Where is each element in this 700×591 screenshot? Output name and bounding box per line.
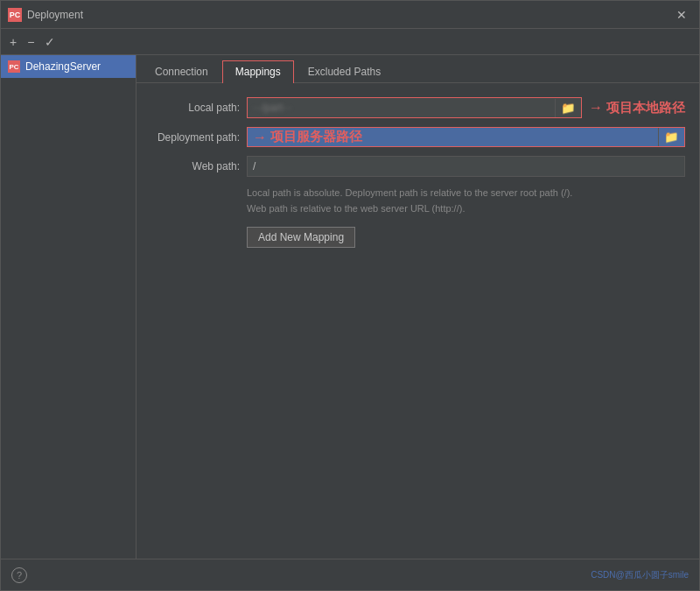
deployment-path-row: Deployment path: → 项目服务器路径 📁 [150, 127, 685, 147]
tab-content-mappings: Local path: 📁 → 项目本地路径 Deployment path: … [136, 82, 699, 559]
sidebar: PC DehazingServer [1, 55, 136, 559]
local-path-label: Local path: [150, 102, 247, 114]
watermark: CSDN@西瓜小圆子smile [591, 569, 689, 581]
web-path-label: Web path: [150, 160, 247, 172]
help-text: Local path is absolute. Deployment path … [247, 186, 685, 216]
title-bar: PC Deployment ✕ [1, 1, 699, 29]
title-icon: PC [8, 8, 22, 22]
local-path-field-wrapper: 📁 [247, 97, 582, 118]
deployment-path-arrow-icon: → [248, 130, 267, 145]
local-path-input[interactable] [248, 98, 555, 117]
help-icon[interactable]: ? [11, 567, 27, 583]
right-panel: Connection Mappings Excluded Paths Local… [136, 55, 699, 559]
deployment-path-annotation-text: 项目服务器路径 [270, 129, 658, 145]
bottom-bar: ? CSDN@西瓜小圆子smile [1, 559, 699, 590]
toolbar: + − ✓ [1, 29, 699, 55]
remove-button[interactable]: − [24, 34, 38, 50]
help-text-line1: Local path is absolute. Deployment path … [247, 186, 685, 201]
local-path-browse-button[interactable]: 📁 [555, 99, 581, 117]
watermark-text: CSDN@西瓜小圆子smile [591, 570, 689, 580]
local-path-arrow-icon: → [589, 100, 603, 116]
sidebar-item-dehazing[interactable]: PC DehazingServer [1, 55, 136, 78]
web-path-field-wrapper [247, 156, 685, 177]
help-text-line2: Web path is relative to the web server U… [247, 201, 685, 217]
deployment-path-field-wrapper: → 项目服务器路径 📁 [247, 127, 685, 147]
sidebar-item-label: DehazingServer [25, 60, 101, 73]
deployment-window: PC Deployment ✕ + − ✓ PC DehazingServer … [0, 0, 700, 591]
tab-excluded-paths[interactable]: Excluded Paths [295, 60, 394, 82]
web-path-input[interactable] [248, 157, 684, 176]
local-path-row: Local path: 📁 → 项目本地路径 [150, 97, 685, 118]
add-button[interactable]: + [6, 34, 20, 50]
local-path-annotation: 项目本地路径 [606, 100, 685, 116]
apply-button[interactable]: ✓ [41, 34, 59, 50]
web-path-row: Web path: [150, 156, 685, 177]
main-content: PC DehazingServer Connection Mappings Ex… [1, 55, 699, 559]
deployment-path-browse-button[interactable]: 📁 [658, 128, 684, 146]
tabs: Connection Mappings Excluded Paths [136, 55, 699, 82]
add-new-mapping-button[interactable]: Add New Mapping [247, 227, 355, 248]
deployment-path-label: Deployment path: [150, 131, 247, 144]
window-title: Deployment [27, 9, 671, 21]
tab-connection[interactable]: Connection [142, 60, 221, 82]
close-icon[interactable]: ✕ [671, 6, 692, 24]
server-icon: PC [8, 60, 20, 73]
tab-mappings[interactable]: Mappings [222, 60, 294, 83]
